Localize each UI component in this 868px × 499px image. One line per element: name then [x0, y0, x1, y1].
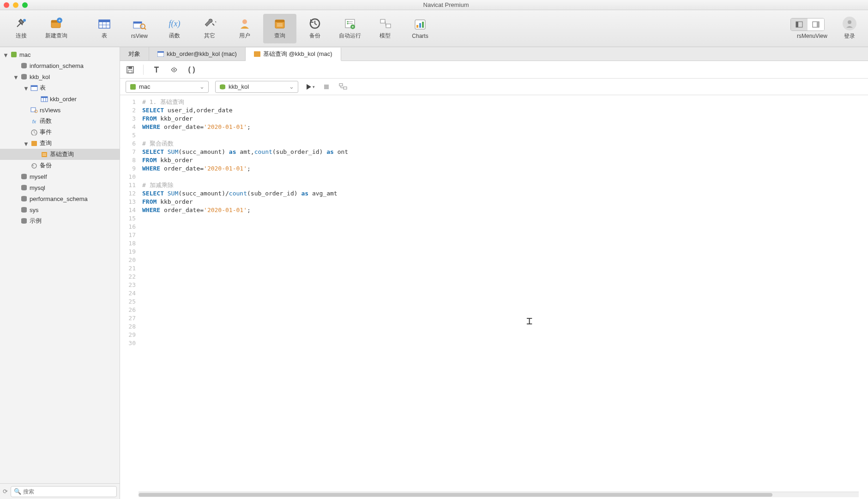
- brackets-icon[interactable]: ( ): [187, 65, 196, 74]
- svg-rect-6: [99, 20, 110, 22]
- tree-item-rsViews[interactable]: rsViews: [0, 104, 120, 116]
- database-dropdown[interactable]: kkb_kol ⌄: [215, 81, 298, 93]
- svg-text:f(x): f(x): [169, 19, 181, 29]
- run-bar: mac ⌄ kkb_kol ⌄ ▾: [120, 79, 868, 95]
- code-area[interactable]: # 1. 基础查询SELECT user_id,order_dateFROM k…: [139, 95, 868, 492]
- tree-item-事件[interactable]: 事件: [0, 127, 120, 138]
- search-box[interactable]: 🔍: [11, 486, 117, 497]
- tree-item-mysql[interactable]: mysql: [0, 182, 120, 193]
- disclosure-icon[interactable]: [13, 218, 18, 224]
- query-button[interactable]: 查询: [263, 14, 296, 43]
- user-button[interactable]: 用户: [228, 14, 261, 43]
- app-title: Navicat Premium: [28, 1, 864, 8]
- scrollbar-thumb[interactable]: [139, 493, 772, 497]
- connection-tree[interactable]: ▼macinformation_schema▼kkb_kol▼表kkb_orde…: [0, 47, 120, 483]
- tree-label: 表: [40, 84, 46, 92]
- disclosure-icon[interactable]: [13, 207, 18, 213]
- search-input[interactable]: [23, 488, 114, 495]
- main-toolbar: 连接 + 新建查询 表 rsView f(x) 函数 ▾ 其它 用户 查询 备份…: [0, 10, 868, 47]
- panel-toggle[interactable]: [790, 18, 825, 31]
- login-button[interactable]: 登录: [836, 17, 863, 40]
- left-panel-toggle[interactable]: [791, 18, 808, 30]
- tree-label: 基础查询: [50, 150, 74, 158]
- line-gutter: 1234567891011121314151617181920212223242…: [120, 95, 139, 492]
- table-button[interactable]: 表: [88, 14, 121, 43]
- disclosure-icon[interactable]: [33, 152, 39, 157]
- tree-item-基础查询[interactable]: 基础查询: [0, 149, 120, 160]
- svg-rect-54: [42, 152, 47, 157]
- disclosure-icon[interactable]: [13, 196, 18, 201]
- query-icon: [41, 151, 48, 158]
- content-area: 对象kkb_order@kkb_kol (mac)基础查询 @kkb_kol (…: [120, 47, 868, 499]
- table-icon: [41, 96, 48, 102]
- horizontal-scrollbar[interactable]: [139, 492, 859, 497]
- db-icon: [20, 217, 28, 225]
- tree-item-函数[interactable]: fx函数: [0, 116, 120, 127]
- svg-rect-36: [796, 22, 798, 27]
- tree-item-information_schema[interactable]: information_schema: [0, 60, 120, 71]
- beautify-icon[interactable]: [169, 65, 179, 74]
- function-button[interactable]: f(x) 函数: [158, 14, 191, 43]
- disclosure-icon[interactable]: [13, 63, 18, 68]
- tab-label: 对象: [128, 50, 140, 58]
- run-icon[interactable]: ▾: [305, 82, 315, 92]
- disclosure-icon[interactable]: ▼: [13, 74, 18, 79]
- tree-item-kkb_kol[interactable]: ▼kkb_kol: [0, 71, 120, 82]
- tree-item-sys[interactable]: sys: [0, 204, 120, 215]
- disclosure-icon[interactable]: [33, 96, 39, 102]
- tree-item-查询[interactable]: ▼查询: [0, 138, 120, 149]
- autorun-button[interactable]: 自动运行: [333, 14, 367, 43]
- svg-point-16: [242, 19, 247, 24]
- svg-rect-29: [386, 24, 391, 28]
- tree-item-kkb_order[interactable]: kkb_order: [0, 93, 120, 104]
- disclosure-icon[interactable]: ▼: [23, 85, 29, 91]
- disclosure-icon[interactable]: ▼: [23, 140, 29, 146]
- sql-editor[interactable]: 1234567891011121314151617181920212223242…: [120, 95, 868, 492]
- tab-kkb_order@kkb_kol (mac)[interactable]: kkb_order@kkb_kol (mac): [149, 47, 246, 61]
- tab-基础查询 @kkb_kol (mac)[interactable]: 基础查询 @kkb_kol (mac): [246, 48, 341, 61]
- editor-toolbar: T ( ): [120, 61, 868, 79]
- rsview-button[interactable]: rsView: [123, 14, 156, 43]
- model-button[interactable]: 模型: [368, 14, 402, 43]
- conn-icon: [10, 51, 18, 58]
- disclosure-icon[interactable]: [23, 107, 29, 113]
- connection-dropdown[interactable]: mac ⌄: [126, 81, 209, 93]
- disclosure-icon[interactable]: [13, 174, 18, 179]
- svg-text:▾: ▾: [215, 19, 216, 24]
- tree-item-表[interactable]: ▼表: [0, 82, 120, 93]
- disclosure-icon[interactable]: ▼: [3, 52, 8, 57]
- tab-对象[interactable]: 对象: [120, 47, 149, 61]
- other-button[interactable]: ▾ 其它: [193, 14, 226, 43]
- save-icon[interactable]: [126, 65, 135, 74]
- new-query-button[interactable]: + 新建查询: [40, 14, 73, 43]
- close-window[interactable]: [4, 2, 9, 8]
- tree-item-performance_schema[interactable]: performance_schema: [0, 193, 120, 204]
- svg-rect-33: [419, 23, 421, 28]
- charts-button[interactable]: Charts: [404, 14, 437, 43]
- svg-rect-76: [344, 87, 347, 89]
- disclosure-icon[interactable]: [23, 118, 29, 124]
- stop-icon[interactable]: [321, 82, 332, 92]
- tree-item-mac[interactable]: ▼mac: [0, 49, 120, 60]
- explain-icon[interactable]: [338, 82, 348, 92]
- chevron-down-icon: ⌄: [199, 83, 205, 90]
- folder-backup-icon: [30, 162, 38, 169]
- tree-item-myself[interactable]: myself: [0, 171, 120, 182]
- svg-rect-38: [817, 22, 819, 27]
- window-controls: [4, 2, 28, 8]
- format-icon[interactable]: T: [152, 65, 161, 74]
- tree-label: 查询: [40, 139, 52, 147]
- sync-icon[interactable]: ⟳: [3, 488, 8, 495]
- backup-button[interactable]: 备份: [298, 14, 332, 43]
- tree-item-备份[interactable]: 备份: [0, 160, 120, 171]
- svg-line-30: [385, 21, 386, 26]
- connect-button[interactable]: 连接: [5, 14, 38, 43]
- disclosure-icon[interactable]: [23, 163, 29, 168]
- tree-item-示例[interactable]: 示例: [0, 215, 120, 226]
- svg-rect-44: [31, 85, 37, 87]
- disclosure-icon[interactable]: [13, 185, 18, 190]
- minimize-window[interactable]: [13, 2, 18, 8]
- right-panel-toggle[interactable]: [808, 18, 824, 30]
- disclosure-icon[interactable]: [23, 129, 29, 135]
- zoom-window[interactable]: [22, 2, 28, 8]
